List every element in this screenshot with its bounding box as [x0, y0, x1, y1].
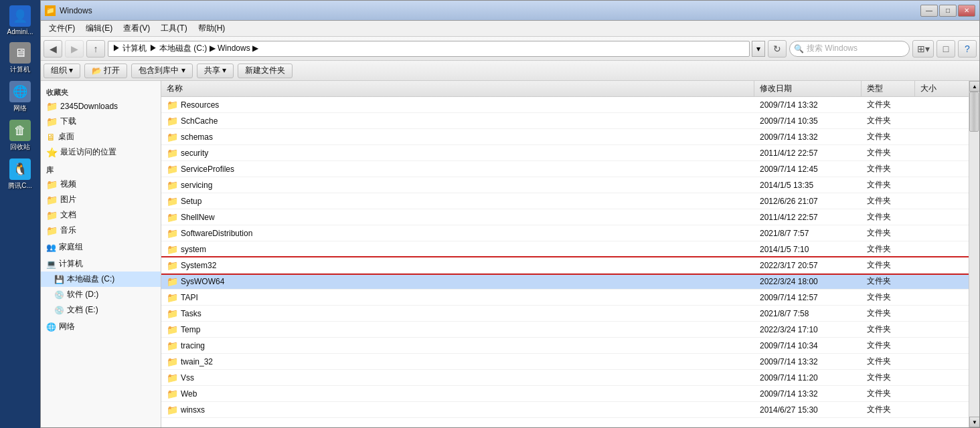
table-row[interactable]: 📁System322022/3/17 20:57文件夹: [161, 257, 969, 274]
share-button[interactable]: 共享 ▾: [197, 64, 234, 78]
new-folder-button[interactable]: 新建文件夹: [238, 64, 293, 78]
computer-section: 💻 计算机 💾 本地磁盘 (C:) 💿 软件 (D:) 💿 文档 (E:): [41, 256, 161, 318]
sidebar-item-label: 桌面: [58, 131, 74, 142]
table-row[interactable]: 📁system2014/1/5 7:10文件夹: [161, 241, 969, 257]
up-button[interactable]: ↑: [86, 40, 105, 58]
table-row[interactable]: 📁Temp2022/3/24 17:10文件夹: [161, 322, 969, 338]
file-type-cell: 文件夹: [862, 402, 915, 417]
file-modified-cell: 2022/3/24 17:10: [754, 322, 862, 337]
sidebar-item-label: 文档 (E:): [67, 304, 98, 316]
table-row[interactable]: 📁Tasks2021/8/7 7:58文件夹: [161, 306, 969, 322]
search-icon: 🔍: [794, 44, 804, 54]
open-icon: 📂: [92, 66, 102, 76]
folder-icon: 📁: [167, 116, 178, 126]
table-row[interactable]: 📁tracing2009/7/14 10:34文件夹: [161, 338, 969, 354]
file-name-cell: 📁TAPI: [161, 290, 754, 305]
menu-tools[interactable]: 工具(T): [155, 21, 192, 35]
minimize-button[interactable]: —: [920, 5, 938, 17]
file-modified-cell: 2011/4/12 22:57: [754, 209, 862, 225]
computer-icon: 💻: [46, 259, 56, 269]
file-list-header: 名称 修改日期 类型 大小: [161, 81, 969, 97]
help-button[interactable]: ?: [958, 40, 977, 58]
organize-button[interactable]: 组织 ▾: [44, 64, 80, 78]
search-box[interactable]: 🔍 搜索 Windows: [789, 41, 910, 57]
sidebar-item-homegroup[interactable]: 👥 家庭组: [41, 239, 161, 255]
open-button[interactable]: 📂 打开: [84, 64, 127, 78]
table-row[interactable]: 📁Vss2009/7/14 11:20文件夹: [161, 370, 969, 386]
scroll-track[interactable]: [969, 92, 979, 417]
sidebar-item-label: 2345Downloads: [60, 102, 118, 111]
col-size[interactable]: 大小: [915, 81, 969, 96]
sidebar-item-music[interactable]: 📁 音乐: [41, 223, 161, 238]
include-library-button[interactable]: 包含到库中 ▾: [131, 64, 192, 78]
col-modified[interactable]: 修改日期: [754, 81, 862, 96]
window-title: Windows: [60, 6, 920, 15]
file-name: system: [181, 245, 206, 254]
sidebar-item-recent[interactable]: ⭐ 最近访问的位置: [41, 144, 161, 160]
table-row[interactable]: 📁SchCache2009/7/14 10:35文件夹: [161, 113, 969, 129]
sidebar-item-pictures[interactable]: 📁 图片: [41, 192, 161, 207]
sidebar-item-downloads[interactable]: 📁 2345Downloads: [41, 99, 161, 114]
col-name[interactable]: 名称: [161, 81, 754, 96]
sidebar-item-network[interactable]: 🌐 网络: [41, 319, 161, 334]
menu-edit[interactable]: 编辑(E): [80, 21, 118, 35]
desktop-icon-recycle[interactable]: 🗑 回收站: [3, 117, 37, 154]
view-toggle-button[interactable]: ⊞▾: [912, 40, 934, 58]
table-row[interactable]: 📁SysWOW642022/3/24 18:00文件夹: [161, 274, 969, 290]
sidebar-item-computer[interactable]: 💻 计算机: [41, 256, 161, 272]
address-dropdown-button[interactable]: ▾: [752, 41, 765, 57]
menu-help[interactable]: 帮助(H): [193, 21, 231, 35]
scroll-down-button[interactable]: ▼: [969, 417, 979, 427]
table-row[interactable]: 📁twain_322009/7/14 13:32文件夹: [161, 354, 969, 370]
desktop-icon-computer[interactable]: 🖥 计算机: [3, 39, 37, 77]
share-label: 共享 ▾: [204, 65, 226, 76]
table-row[interactable]: 📁SoftwareDistribution2021/8/7 7:57文件夹: [161, 225, 969, 241]
sidebar-item-drive-c[interactable]: 💾 本地磁盘 (C:): [41, 272, 161, 287]
back-button[interactable]: ◀: [44, 40, 62, 58]
sidebar-item-drive-e[interactable]: 💿 文档 (E:): [41, 302, 161, 318]
preview-button[interactable]: □: [936, 40, 955, 58]
sidebar-item-desktop[interactable]: 🖥 桌面: [41, 129, 161, 144]
sidebar-item-docs[interactable]: 📁 文档: [41, 207, 161, 223]
col-type[interactable]: 类型: [862, 81, 915, 96]
file-name-cell: 📁System32: [161, 257, 754, 273]
table-row[interactable]: 📁Web2009/7/14 13:32文件夹: [161, 386, 969, 402]
table-row[interactable]: 📁schemas2009/7/14 13:32文件夹: [161, 129, 969, 145]
refresh-button[interactable]: ↻: [768, 40, 787, 58]
sidebar-item-video[interactable]: 📁 视频: [41, 177, 161, 192]
scrollbar[interactable]: ▲ ▼: [969, 81, 979, 427]
maximize-button[interactable]: □: [939, 5, 957, 17]
table-row[interactable]: 📁security2011/4/12 22:57文件夹: [161, 145, 969, 161]
table-row[interactable]: 📁TAPI2009/7/14 12:57文件夹: [161, 290, 969, 306]
sidebar-item-drive-d[interactable]: 💿 软件 (D:): [41, 287, 161, 302]
folder-icon: 📁: [167, 356, 178, 367]
table-row[interactable]: 📁ServiceProfiles2009/7/14 12:45文件夹: [161, 161, 969, 177]
desktop-icon-qq[interactable]: 🐧 腾讯C...: [3, 156, 37, 193]
file-name-cell: 📁schemas: [161, 129, 754, 144]
file-name-cell: 📁Temp: [161, 322, 754, 337]
folder-icon: 📁: [167, 244, 178, 255]
menu-view[interactable]: 查看(V): [118, 21, 155, 35]
file-list-container: 名称 修改日期 类型 大小 📁Resources2009/7/14 13:32文…: [161, 81, 969, 427]
sidebar-item-xiazai[interactable]: 📁 下载: [41, 114, 161, 129]
address-bar[interactable]: ▶ 计算机 ▶ 本地磁盘 (C:) ▶ Windows ▶: [108, 41, 750, 57]
forward-button[interactable]: ▶: [65, 40, 84, 58]
scroll-thumb[interactable]: [969, 92, 979, 132]
file-name: TAPI: [181, 293, 198, 302]
close-button[interactable]: ✕: [958, 5, 975, 17]
drive-icon: 💿: [54, 306, 64, 315]
file-name-cell: 📁SchCache: [161, 113, 754, 128]
table-row[interactable]: 📁ShellNew2011/4/12 22:57文件夹: [161, 209, 969, 225]
file-type-cell: 文件夹: [862, 193, 915, 209]
file-name: winsxs: [181, 405, 205, 415]
table-row[interactable]: 📁Resources2009/7/14 13:32文件夹: [161, 97, 969, 113]
table-row[interactable]: 📁Setup2012/6/26 21:07文件夹: [161, 193, 969, 209]
scroll-up-button[interactable]: ▲: [969, 81, 979, 92]
desktop-icon-network[interactable]: 🌐 网络: [3, 78, 37, 116]
menu-file[interactable]: 文件(F): [44, 21, 80, 35]
table-row[interactable]: 📁winsxs2014/6/27 15:30文件夹: [161, 402, 969, 418]
main-content: 收藏夹 📁 2345Downloads 📁 下载 🖥 桌面 ⭐ 最近访问的位置: [41, 81, 979, 427]
desktop-icon-admin[interactable]: 👤 Admini...: [3, 3, 37, 38]
file-name-cell: 📁security: [161, 145, 754, 160]
table-row[interactable]: 📁servicing2014/1/5 13:35文件夹: [161, 177, 969, 193]
